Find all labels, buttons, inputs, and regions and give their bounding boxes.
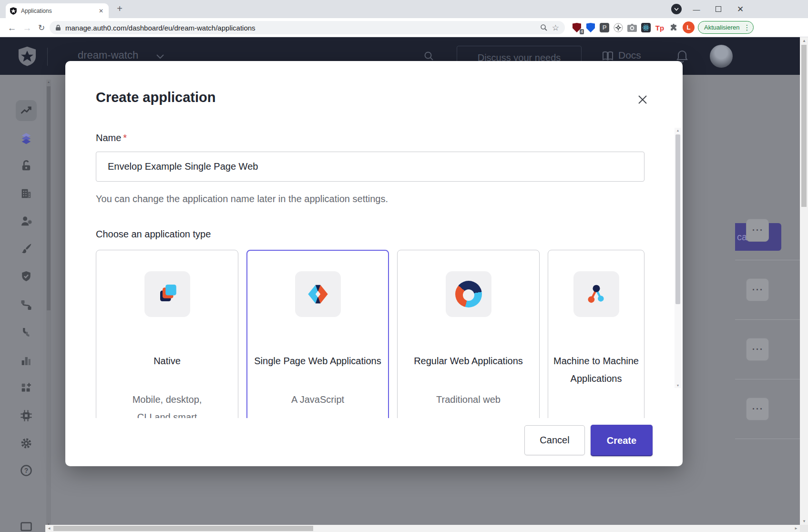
m2m-icon — [573, 271, 619, 317]
table-row-divider — [735, 260, 808, 260]
native-icon — [144, 271, 190, 317]
new-tab-button[interactable]: + — [113, 3, 126, 15]
tab-close-icon[interactable]: ✕ — [97, 8, 105, 14]
create-application-modal: Create application Name* You can change … — [65, 61, 683, 466]
auth0-favicon — [10, 7, 17, 15]
bottom-partial-icon[interactable] — [20, 521, 33, 532]
forward-button: → — [21, 22, 33, 34]
spa-icon — [295, 271, 341, 317]
browser-profile-avatar[interactable]: L — [683, 21, 695, 33]
search-icon[interactable] — [423, 51, 435, 62]
docs-link[interactable]: Docs — [618, 50, 641, 61]
address-bar[interactable]: manage.auth0.com/dashboard/eu/dream-watc… — [50, 21, 565, 34]
organizations-building-icon[interactable] — [20, 187, 33, 200]
window-maximize-button[interactable] — [707, 0, 729, 18]
update-menu-icon[interactable]: ⋮ — [743, 23, 750, 32]
auth-pipeline-icon[interactable] — [20, 326, 33, 339]
chevron-down-icon — [674, 8, 679, 11]
card-title: Single Page Web Applications — [247, 352, 388, 370]
row-actions-button[interactable]: ⋯ — [746, 338, 769, 361]
security-shield-icon[interactable] — [20, 270, 33, 283]
activity-chart-icon[interactable] — [20, 104, 33, 117]
window-close-button[interactable]: ✕ — [729, 0, 751, 18]
vertical-scrollbar-thumb[interactable] — [801, 45, 807, 207]
row-actions-button[interactable]: ⋯ — [746, 278, 769, 301]
card-single-page-web[interactable]: Single Page Web Applications A JavaScrip… — [246, 250, 389, 418]
browser-window: Applications ✕ + — ✕ ← → ↻ manage.auth0.… — [0, 0, 808, 532]
modal-title: Create application — [96, 90, 215, 105]
sidebar-scrollbar[interactable]: ▲ ▼ — [46, 80, 51, 527]
table-row-divider — [735, 439, 808, 439]
tenant-chevron-down-icon — [156, 54, 164, 59]
name-help-text: You can change the application name late… — [96, 194, 388, 205]
row-actions-button[interactable]: ⋯ — [746, 398, 769, 420]
horizontal-scrollbar-thumb[interactable] — [53, 526, 313, 531]
marketplace-icon[interactable] — [20, 381, 33, 395]
modal-close-button[interactable] — [634, 91, 652, 109]
padlock-icon — [55, 24, 61, 31]
password-manager-extension-icon[interactable] — [585, 22, 596, 33]
authentication-lock-icon[interactable] — [20, 159, 33, 173]
card-native[interactable]: Native Mobile, desktop, CLI and smart — [96, 250, 238, 418]
settings-gear-icon[interactable] — [20, 437, 33, 450]
table-row-divider — [735, 319, 808, 320]
applications-layers-icon[interactable] — [20, 132, 33, 145]
card-description: Mobile, desktop, CLI and smart — [96, 391, 238, 418]
auth0-logo — [17, 46, 37, 66]
table-row-divider — [735, 379, 808, 379]
selector-extension-icon[interactable] — [613, 22, 624, 33]
card-title: Machine to Machine Applications — [548, 352, 644, 388]
back-button[interactable]: ← — [6, 22, 18, 34]
ellipsis-icon: ⋯ — [752, 283, 764, 296]
browser-tab[interactable]: Applications ✕ — [6, 3, 109, 18]
create-button[interactable]: Create — [591, 425, 653, 456]
scrollbar-corner — [800, 525, 808, 532]
sidebar-scrollbar-thumb[interactable] — [47, 86, 51, 310]
bookmark-star-icon[interactable]: ☆ — [552, 23, 559, 33]
extensions-puzzle-icon[interactable] — [668, 22, 679, 33]
tenant-switcher[interactable]: dream-watch — [78, 49, 138, 61]
tab-strip: Applications ✕ + — ✕ — [0, 0, 808, 18]
required-asterisk: * — [123, 133, 127, 143]
ellipsis-icon: ⋯ — [752, 402, 764, 415]
adblock-extension-icon[interactable]: 4 — [572, 22, 582, 33]
react-devtools-extension-icon[interactable] — [641, 22, 651, 33]
page-vertical-scrollbar[interactable]: ▲ ▼ — [800, 37, 808, 525]
regular-web-icon — [446, 271, 491, 317]
window-minimize-button[interactable]: — — [685, 0, 707, 18]
cancel-button[interactable]: Cancel — [524, 425, 585, 455]
close-icon — [637, 94, 648, 105]
modal-scrollbar-thumb[interactable] — [675, 134, 680, 304]
header-divider — [47, 48, 48, 66]
ellipsis-icon: ⋯ — [752, 342, 764, 355]
tp-extension-icon[interactable]: Tp — [655, 22, 665, 33]
branding-brush-icon[interactable] — [20, 242, 33, 256]
ellipsis-icon: ⋯ — [752, 223, 764, 236]
card-title: Regular Web Applications — [398, 352, 539, 370]
choose-type-label: Choose an application type — [96, 229, 211, 240]
user-management-icon[interactable] — [20, 215, 33, 228]
monitoring-bars-icon[interactable] — [20, 354, 33, 367]
docs-book-icon — [602, 51, 614, 61]
modal-scrollbar[interactable]: ▲ ▼ — [675, 128, 681, 388]
application-type-cards: Native Mobile, desktop, CLI and smart Si… — [96, 250, 644, 418]
extensions-chip-icon[interactable] — [20, 409, 33, 422]
zoom-icon[interactable] — [540, 24, 548, 31]
update-button[interactable]: Aktualisieren ⋮ — [698, 21, 754, 34]
card-description: Traditional web — [398, 391, 539, 409]
tab-title: Applications — [21, 8, 97, 14]
application-name-input[interactable] — [96, 152, 644, 182]
row-actions-button[interactable]: ⋯ — [746, 219, 769, 242]
tab-search-button[interactable] — [671, 4, 682, 14]
card-regular-web[interactable]: Regular Web Applications Traditional web — [397, 250, 540, 418]
svg-text:?: ? — [24, 467, 29, 474]
actions-flow-icon[interactable] — [20, 298, 33, 312]
card-machine-to-machine[interactable]: Machine to Machine Applications — [548, 250, 644, 418]
reload-button[interactable]: ↻ — [35, 22, 48, 34]
user-avatar[interactable] — [710, 45, 733, 68]
screenshot-extension-icon[interactable] — [627, 22, 637, 33]
help-icon[interactable]: ? — [20, 464, 33, 477]
card-title: Native — [96, 352, 238, 370]
p-extension-icon[interactable]: P — [599, 22, 610, 33]
page-horizontal-scrollbar[interactable]: ◄ ► — [45, 525, 800, 532]
